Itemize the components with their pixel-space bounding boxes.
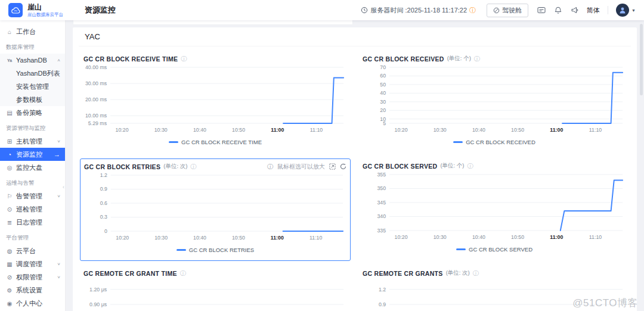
- sidebar-item-schedule-management[interactable]: ▦调度管理˅: [0, 257, 65, 270]
- scrollbar[interactable]: [640, 24, 643, 95]
- brand: 崖山 崖山数据库云平台: [27, 4, 63, 17]
- svg-text:11:10: 11:10: [589, 127, 602, 133]
- svg-text:50: 50: [380, 82, 386, 88]
- sidebar: ‹ ⌂工作台数据库管理YaYashanDB˄YashanDB列表安装包管理参数模…: [0, 20, 66, 311]
- info-icon[interactable]: ⓘ: [181, 55, 187, 63]
- svg-text:0.3: 0.3: [100, 214, 107, 220]
- chart-title: GC CR BLOCK RETRIES: [84, 163, 160, 170]
- chart-title: GC CR BLOCK SERVED: [363, 163, 437, 170]
- sidebar-item-backup-policy[interactable]: ▤备份策略: [0, 106, 65, 119]
- chart-unit-label: (单位: 次): [446, 269, 470, 277]
- sidebar-item-label: 云平台: [16, 247, 36, 256]
- legend-label: GC CR BLOCK SERVED: [469, 246, 532, 253]
- sidebar-item-personal-center[interactable]: ◉个人中心: [0, 297, 65, 310]
- svg-text:350: 350: [377, 185, 386, 191]
- sidebar-item-parameter-template[interactable]: 参数模板: [0, 93, 65, 106]
- svg-text:10.00 ms: 10.00 ms: [85, 113, 107, 119]
- chart-plot-area[interactable]: 1.20.90.60.3010:2010:3010:4010:5011:0011…: [84, 172, 346, 244]
- chart-plot-area[interactable]: 35535034534033510:2010:3010:4010:5011:00…: [363, 171, 626, 244]
- top-bar: 崖山 崖山数据库云平台 资源监控 服务器时间 :2025-11-18 11:17…: [0, 0, 644, 20]
- sidebar-item-workbench[interactable]: ⌂工作台: [0, 25, 65, 38]
- sidebar-item-log-management[interactable]: ≣日志管理: [0, 216, 65, 229]
- svg-text:20.00 ms: 20.00 ms: [85, 97, 107, 102]
- server-time: 服务器时间 :2025-11-18 11:17:22 ⓘ: [361, 6, 476, 15]
- sidebar-item-label: 备份策略: [16, 108, 42, 117]
- hint-info-icon: ⓘ: [267, 163, 273, 171]
- schedule-icon: ▦: [6, 261, 13, 268]
- chart-plot-area[interactable]: 70605040302010510:2010:3010:4010:5011:00…: [363, 64, 626, 136]
- brand-name: 崖山: [27, 4, 63, 11]
- svg-text:0: 0: [104, 228, 107, 234]
- brand-subtitle: 崖山数据库云平台: [27, 13, 63, 17]
- refresh-icon[interactable]: [340, 163, 346, 170]
- svg-text:10:40: 10:40: [193, 127, 206, 133]
- svg-text:355: 355: [377, 172, 386, 178]
- language-selector[interactable]: 简体: [587, 6, 600, 15]
- svg-text:11:10: 11:10: [309, 235, 322, 241]
- info-icon[interactable]: ⓘ: [473, 269, 479, 278]
- sidebar-item-label: 个人中心: [16, 299, 42, 308]
- yashandb-icon: Ya: [6, 58, 13, 63]
- log-icon: ≣: [6, 219, 13, 226]
- legend-line-marker: [169, 141, 178, 143]
- host-icon: ⊞: [6, 138, 13, 145]
- chevron-down-icon: ˅: [57, 194, 60, 199]
- chart-plot-area[interactable]: 40.00 ms30.00 ms20.00 ms10.00 ms5.29 ms1…: [83, 64, 347, 136]
- workorder-icon[interactable]: [537, 7, 546, 14]
- sidebar-item-inspection-management[interactable]: ⊙巡检管理: [0, 203, 65, 216]
- svg-text:10:20: 10:20: [116, 127, 129, 133]
- info-icon[interactable]: ⓘ: [467, 162, 473, 170]
- sidebar-item-label: 权限管理: [16, 273, 42, 282]
- sidebar-item-package-management[interactable]: 安装包管理: [0, 80, 65, 93]
- chart-unit-label: (单位: 次): [163, 163, 187, 170]
- svg-text:345: 345: [377, 200, 386, 206]
- chart-legend[interactable]: GC CR BLOCK RETRIES: [84, 244, 346, 255]
- chart-legend[interactable]: GC CR BLOCK RECEIVE TIME: [83, 136, 347, 147]
- sidebar-section-label: 资源管理与监控: [0, 119, 65, 135]
- chart-title: GC REMOTE CR GRANT TIME: [83, 270, 177, 277]
- main-content: YAC GC CR BLOCK RECEIVE TIMEⓘ40.00 ms30.…: [66, 20, 644, 311]
- sidebar-item-cloud-platform[interactable]: ◍云平台: [0, 244, 65, 257]
- chart-legend[interactable]: GC CR BLOCK SERVED: [363, 244, 626, 254]
- svg-text:5.29 ms: 5.29 ms: [88, 120, 107, 126]
- svg-text:335: 335: [377, 228, 386, 234]
- sidebar-item-resource-monitor[interactable]: ◔资源监控→: [0, 148, 65, 161]
- box-zoom-icon[interactable]: [329, 163, 336, 170]
- svg-text:0.9: 0.9: [379, 301, 386, 307]
- chart-toolbar: ⓘ鼠标框选可以放大: [267, 163, 346, 171]
- info-icon[interactable]: ⓘ: [180, 269, 186, 278]
- info-icon[interactable]: ⓘ: [474, 55, 480, 63]
- chart-card-gc-cr-block-received: GC CR BLOCK RECEIVED(单位: 个)ⓘ706050403020…: [359, 51, 630, 154]
- svg-text:10:20: 10:20: [395, 234, 408, 240]
- sidebar-item-host-management[interactable]: ⊞主机管理˅: [0, 135, 65, 148]
- svg-text:0.9: 0.9: [100, 186, 107, 192]
- sidebar-item-label: 主机管理: [16, 137, 42, 146]
- inspection-icon: ⊙: [6, 206, 13, 213]
- sidebar-item-alarm-management[interactable]: ⚐告警管理˅: [0, 189, 65, 203]
- svg-text:20: 20: [380, 107, 386, 113]
- section-title: YAC: [79, 27, 631, 46]
- announcement-icon[interactable]: [571, 7, 579, 14]
- sidebar-item-label: 监控大盘: [16, 163, 42, 172]
- sidebar-item-system-settings[interactable]: ⚙系统设置: [0, 284, 65, 297]
- sidebar-item-label: 告警管理: [16, 192, 42, 201]
- cockpit-button[interactable]: 驾驶舱: [487, 4, 528, 17]
- sidebar-item-permission-management[interactable]: ⊘权限管理˅: [0, 270, 65, 284]
- sidebar-item-label: YashanDB: [16, 57, 47, 64]
- time-warning-info-icon[interactable]: ⓘ: [469, 6, 476, 15]
- user-menu[interactable]: ▼: [616, 4, 636, 17]
- sidebar-item-yashandb-list[interactable]: YashanDB列表: [0, 67, 65, 80]
- notification-bell-icon[interactable]: [555, 7, 562, 14]
- svg-text:11:10: 11:10: [310, 127, 323, 133]
- sidebar-item-monitor-dashboard[interactable]: ◎监控大盘: [0, 161, 65, 174]
- box-zoom-hint: 鼠标框选可以放大: [277, 163, 325, 171]
- permission-icon: ⊘: [6, 274, 13, 281]
- chart-plot-area[interactable]: 1.20 μs0.90 μs: [83, 278, 347, 311]
- svg-text:11:10: 11:10: [589, 234, 602, 240]
- home-icon: ⌂: [6, 29, 13, 35]
- sidebar-item-yashandb[interactable]: YaYashanDB˄: [0, 54, 65, 67]
- svg-text:1.2: 1.2: [100, 172, 107, 178]
- info-icon[interactable]: ⓘ: [190, 163, 196, 171]
- chart-legend[interactable]: GC CR BLOCK RECEIVED: [363, 136, 626, 147]
- svg-text:1.2: 1.2: [379, 287, 386, 293]
